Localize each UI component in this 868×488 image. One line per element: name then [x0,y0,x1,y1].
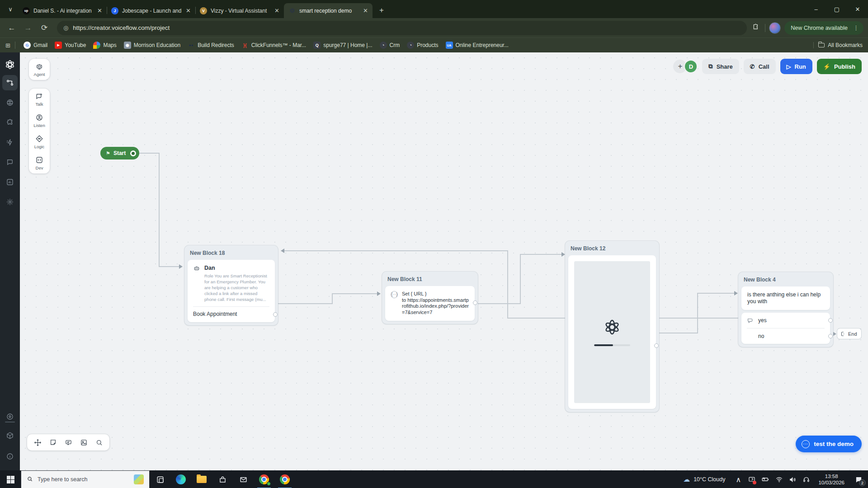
action-center-button[interactable]: 2 [849,470,868,488]
close-button[interactable]: ✕ [847,0,868,18]
reload-button[interactable]: ⟳ [37,21,52,35]
set-step-port[interactable] [473,300,477,305]
all-bookmarks-button[interactable]: All Bookmarks [813,42,863,48]
forward-button[interactable]: → [21,21,35,35]
analytics-icon[interactable] [2,174,18,190]
block-new-block-11[interactable]: New Block 11 {··} Set { URL } to https:/… [382,272,478,324]
tab-close-icon[interactable]: ✕ [96,7,103,14]
book-appointment-action[interactable]: Book Appointment [188,307,275,322]
start-block[interactable]: ⚑ Start [100,147,139,160]
bookmark-morrison-education[interactable]: ◉ Morrison Education [120,40,184,51]
tab-smart-reception-demo[interactable]: smart reception demo ✕ [284,3,373,18]
bookmark-maps[interactable]: Maps [90,40,120,51]
volume-icon[interactable] [787,470,798,488]
designer-workflow-icon[interactable] [2,75,18,90]
store-taskbar-icon[interactable] [212,470,233,488]
block-new-block-4[interactable]: New Block 4 is there anthing else i can … [738,272,833,347]
chrome-taskbar-icon[interactable] [254,470,274,488]
taskbar-weather[interactable]: ☁ 10°C Cloudy [678,475,731,483]
headset-icon[interactable] [800,470,812,488]
search-tool-icon[interactable] [91,436,107,449]
book-appointment-port[interactable] [273,312,278,317]
message-step[interactable]: is there anthing else i can help you wit… [741,286,830,310]
block-new-block-12[interactable]: New Block 12 [565,241,659,412]
talk-tool-button[interactable]: Talk [29,89,50,110]
settings-gear-icon[interactable] [2,194,18,210]
taskbar-clock[interactable]: 13:58 10/03/2026 [814,473,849,486]
bookmark-youtube[interactable]: ▶ YouTube [51,40,90,51]
start-output-port[interactable] [130,150,136,156]
bookmark-products[interactable]: ◔ Products [403,40,442,51]
functions-icon[interactable] [2,135,18,150]
file-explorer-taskbar-icon[interactable] [191,470,212,488]
start-flag-icon: ⚑ [106,150,110,156]
choice-yes[interactable]: yes [741,313,830,328]
block12-output-port[interactable] [654,343,659,348]
move-tool-icon[interactable] [30,436,45,449]
mail-taskbar-icon[interactable] [233,470,254,488]
call-button[interactable]: ✆ Call [744,59,776,74]
tab-close-icon[interactable]: ✕ [274,7,280,14]
flow-canvas[interactable]: + D ⧉ Share ✆ Call ▷ Run ⚡ Publish [20,52,868,470]
site-info-icon[interactable]: ◎ [63,24,68,31]
bookmark-crm[interactable]: ◔ Crm [376,40,404,51]
tab-vizzy[interactable]: V Vizzy - Virtual Assistant ✕ [195,3,284,18]
battery-icon[interactable] [760,470,771,488]
yes-port[interactable] [828,318,833,323]
new-tab-button[interactable]: + [375,4,388,17]
dev-tool-button[interactable]: Dev [29,152,50,174]
search-highlight-icon[interactable] [134,474,144,484]
bookmark-clickfunnels[interactable]: }{ ClickFunnels™ - Mar... [238,40,310,51]
publish-button[interactable]: ⚡ Publish [817,59,862,74]
apps-grid-icon[interactable]: ⊞ [5,42,10,49]
transcripts-icon[interactable] [2,155,18,170]
profile-avatar[interactable] [769,22,781,34]
minimize-button[interactable]: – [806,0,826,18]
voiceflow-logo-icon[interactable] [4,59,16,70]
back-button[interactable]: ← [5,21,19,35]
block-new-block-18[interactable]: New Block 18 Dan Role You are Smart Rece… [184,245,278,325]
clickfunnels-favicon-icon: }{ [241,42,249,49]
extensions-icon[interactable] [750,22,761,34]
chrome-profile2-taskbar-icon[interactable] [274,470,295,488]
task-view-button[interactable] [150,470,170,488]
tray-display-icon[interactable] [746,470,758,488]
note-tool-icon[interactable] [45,436,61,449]
wifi-icon[interactable] [773,470,785,488]
test-the-demo-button[interactable]: ··· test the demo [796,436,862,452]
knowledge-base-icon[interactable] [2,95,18,110]
listen-tool-button[interactable]: Listen [29,110,50,131]
update-chrome-button[interactable]: New Chrome available ⋮ [784,21,863,35]
bookmark-online-entrepreneur[interactable]: UA Online Entrepreneur... [442,40,512,51]
address-bar[interactable]: ◎ https://creator.voiceflow.com/project [57,21,747,35]
end-node[interactable]: End [837,328,861,339]
tab-close-icon[interactable]: ✕ [185,7,192,14]
tray-expand-icon[interactable]: ∧ [732,470,744,488]
agent-panel: Agent [29,59,50,80]
bookmark-build-redirects[interactable]: •• Build Redirects [184,40,238,51]
share-button[interactable]: ⧉ Share [702,59,739,74]
choice-no[interactable]: no [741,328,830,344]
tab-jobescape[interactable]: J Jobescape - Launch and Elevat ✕ [107,3,195,18]
jobescape-favicon-icon: J [111,7,118,14]
tab-search-button[interactable]: ∨ [3,3,18,15]
collaborator-avatar[interactable]: D [684,60,698,73]
integrations-puzzle-icon[interactable] [2,115,18,130]
taskbar-search-box[interactable]: Type here to search [21,470,150,488]
no-port[interactable] [828,334,833,338]
package-icon[interactable] [2,428,18,443]
tab-close-icon[interactable]: ✕ [362,7,369,14]
bookmark-gmail[interactable]: G Gmail [20,40,51,51]
info-icon[interactable] [2,449,18,464]
logic-tool-button[interactable]: Logic [29,131,50,152]
start-button[interactable] [0,470,21,488]
run-button[interactable]: ▷ Run [780,59,812,74]
comment-tool-icon[interactable] [61,436,76,449]
bookmark-spurge77[interactable]: Q spurge77 | Home |... [310,40,376,51]
agent-tool-button[interactable]: Agent [29,59,50,80]
tab-daniel[interactable]: up Daniel S. - Ai integration and A ✕ [18,3,107,18]
browser-menu-icon[interactable]: ⋮ [851,24,861,31]
maximize-button[interactable]: ▢ [826,0,847,18]
image-tool-icon[interactable] [76,436,91,449]
edge-taskbar-icon[interactable] [170,470,191,488]
